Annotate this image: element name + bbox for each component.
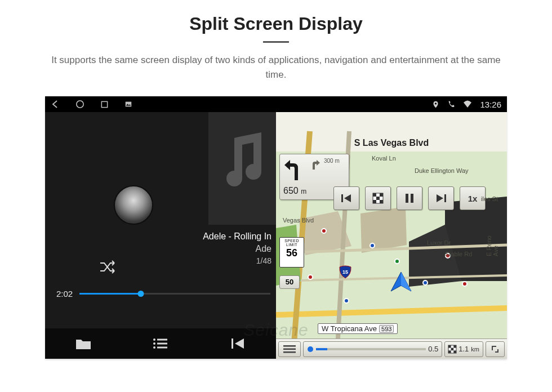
svg-rect-9 <box>157 347 167 349</box>
svg-rect-24 <box>380 200 383 203</box>
music-pane: Adele - Rolling In Ade 1/48 2:02 <box>45 112 276 359</box>
track-title: Adele - Rolling In <box>203 230 271 243</box>
svg-rect-1 <box>101 101 107 107</box>
svg-rect-30 <box>283 348 296 350</box>
info-chip[interactable]: 50 <box>279 275 300 289</box>
back-icon[interactable] <box>51 100 60 109</box>
svg-rect-7 <box>157 343 167 345</box>
turn-left-icon <box>283 157 306 184</box>
seek-bar[interactable] <box>79 293 270 295</box>
road-label: Vegas Blvd <box>283 217 314 224</box>
albumart-panel <box>208 112 276 225</box>
svg-rect-2 <box>126 102 132 107</box>
svg-point-32 <box>308 346 313 352</box>
page-title: Split Screen Display <box>0 14 552 34</box>
track-artist: Ade <box>203 243 271 255</box>
poi-icon[interactable] <box>370 243 375 248</box>
svg-rect-23 <box>373 200 376 203</box>
road-label: Duke Ellington Way <box>415 167 469 174</box>
turn-dist-unit: m <box>301 188 306 195</box>
svg-rect-34 <box>448 345 451 348</box>
interstate-shield-icon: 15 <box>339 265 351 279</box>
svg-rect-36 <box>451 348 454 350</box>
phone-icon <box>447 100 455 108</box>
playlist-icon[interactable] <box>149 332 172 355</box>
svg-point-0 <box>77 101 83 108</box>
device-frame: 13:26 Adele - Rolling In Ade 1/48 2:02 <box>45 96 507 359</box>
screenshot-icon <box>124 100 132 108</box>
bottom-street-label: W Tropicana Ave593 <box>318 323 398 334</box>
sim-next-button[interactable] <box>428 186 454 210</box>
vehicle-cursor-icon <box>389 271 413 296</box>
svg-point-6 <box>153 342 155 345</box>
statusbar: 13:26 <box>45 96 507 112</box>
address-number: 593 <box>379 325 394 333</box>
svg-point-3 <box>435 103 437 104</box>
svg-rect-18 <box>341 194 343 202</box>
map-canvas[interactable] <box>276 112 507 359</box>
road-label: E Reno Ave <box>486 227 499 256</box>
road-label: Luxor Dr <box>427 239 451 246</box>
page-subtitle: It supports the same screen display of t… <box>45 53 507 82</box>
road-label: Koval Ln <box>372 155 396 162</box>
title-underline <box>263 41 289 43</box>
footer-progress-val: 0.5 <box>428 345 438 353</box>
svg-point-4 <box>153 338 155 341</box>
svg-rect-25 <box>406 194 408 203</box>
svg-rect-10 <box>232 338 233 349</box>
svg-rect-35 <box>454 345 457 348</box>
sim-dest-button[interactable] <box>365 186 391 210</box>
elapsed-time: 2:02 <box>56 289 73 299</box>
folder-icon[interactable] <box>72 332 95 355</box>
turn-secondary-dist: 300 m <box>324 158 340 164</box>
music-note-icon <box>223 130 268 194</box>
svg-rect-22 <box>376 197 380 200</box>
road-label: Stable Rd <box>445 251 472 257</box>
svg-rect-5 <box>157 339 167 341</box>
svg-rect-31 <box>283 351 296 353</box>
progress-row: 2:02 <box>56 289 270 299</box>
route-progress[interactable]: 0.5 <box>303 341 442 357</box>
svg-marker-16 <box>360 207 407 253</box>
home-icon[interactable] <box>75 100 84 109</box>
road-label: iles St <box>481 195 498 202</box>
poi-icon[interactable] <box>422 280 428 286</box>
poi-icon[interactable] <box>394 259 400 264</box>
watermark: Seicane <box>243 320 308 340</box>
turn-right-small-icon <box>309 158 320 172</box>
svg-rect-26 <box>411 194 413 203</box>
map-footer: 0.5 1.1km <box>276 338 507 359</box>
poi-icon[interactable] <box>462 281 468 287</box>
shuffle-icon[interactable] <box>99 260 118 277</box>
sim-pause-button[interactable] <box>397 186 422 210</box>
distance-remaining[interactable]: 1.1km <box>444 341 483 357</box>
svg-rect-29 <box>283 345 296 347</box>
svg-rect-37 <box>448 350 451 353</box>
current-street: S Las Vegas Blvd <box>276 138 507 148</box>
statusbar-clock: 13:26 <box>480 100 501 109</box>
map-expand-button[interactable] <box>486 341 505 357</box>
svg-point-8 <box>153 346 155 349</box>
player-toolbar <box>45 328 276 359</box>
recents-icon[interactable] <box>100 100 109 109</box>
turn-dist-val: 650 <box>283 186 299 195</box>
svg-rect-27 <box>444 194 446 202</box>
poi-icon[interactable] <box>344 298 349 304</box>
speed-limit-sign: SPEED LIMIT 56 <box>279 237 304 268</box>
nav-pane: S Las Vegas Blvd 300 m 650 m <box>276 112 507 359</box>
svg-text:15: 15 <box>342 269 348 275</box>
track-index: 1/48 <box>203 256 271 267</box>
wifi-icon <box>463 100 472 108</box>
svg-rect-20 <box>373 193 376 197</box>
sim-prev-button[interactable] <box>333 186 359 210</box>
map-menu-button[interactable] <box>278 341 301 357</box>
location-icon <box>432 101 439 108</box>
poi-icon[interactable] <box>308 274 313 280</box>
svg-rect-38 <box>454 350 457 353</box>
joystick-knob[interactable] <box>114 185 153 225</box>
svg-rect-21 <box>380 193 383 197</box>
poi-icon[interactable] <box>321 228 327 234</box>
